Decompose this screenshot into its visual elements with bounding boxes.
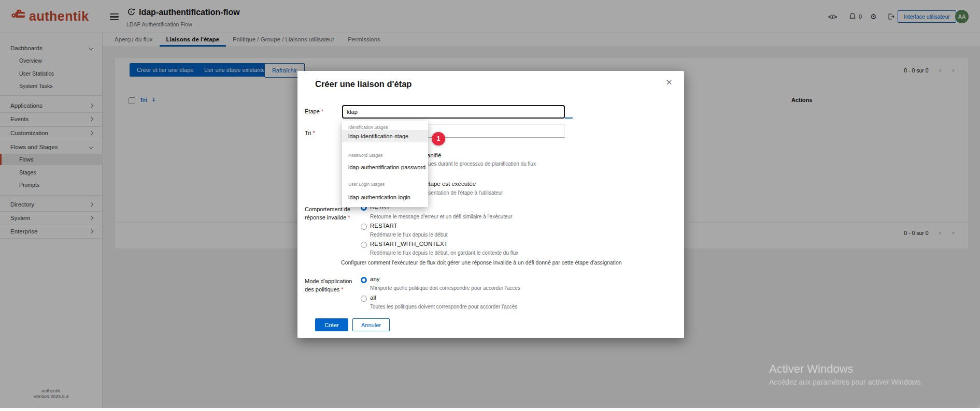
modal-title: Créer une liaison d'étap [315,79,411,89]
taskbar-edge [0,408,980,411]
policy-any-help: N'importe quelle politique doit correspo… [370,285,520,291]
invalid-response-help: Configurer comment l'exécuteur de flux d… [341,259,622,266]
dropdown-item-ldap-identification-stage[interactable]: ldap-identification-stage [342,130,428,142]
stage-search-input[interactable] [342,105,565,119]
policy-any-label: any [370,276,380,282]
required-asterisk: * [341,286,343,292]
restart-help: Redémarre le flux depuis le début [370,232,448,238]
required-asterisk: * [313,130,315,136]
required-asterisk: * [321,108,323,114]
focus-underline [565,118,573,119]
stage-field-label: Étape* [305,108,323,114]
cancel-button[interactable]: Annuler [352,318,390,331]
restart-with-context-radio[interactable] [361,242,367,248]
policy-mode-field-label: Mode d'application des politiques* [305,277,352,293]
dropdown-item-ldap-authentication-login[interactable]: ldap-authentication-login [342,191,428,203]
restart-with-context-label: RESTART_WITH_CONTEXT [370,241,448,247]
required-asterisk: * [348,214,350,221]
screen: authentik ldap-authentification-flow LDA… [0,0,980,411]
restart-with-context-help: Redémarre le flux depuis le début, en ga… [370,250,518,256]
order-field-label: Tri* [305,130,315,136]
retry-help: Retourne le message d'erreur et un défi … [370,214,513,219]
close-icon[interactable]: × [666,77,673,87]
dropdown-group-user-login: User Login Stages [348,182,385,187]
restart-radio[interactable] [361,224,367,230]
policy-all-radio[interactable] [361,296,367,302]
watermark-title: Activer Windows [769,362,922,376]
dropdown-item-ldap-authentification-password[interactable]: ldap-authentification-password [342,161,428,173]
restart-label: RESTART [370,223,397,229]
policy-all-help: Toutes les politiques doivent correspond… [370,304,517,310]
watermark-subtitle: Accédez aux paramètres pour activer Wind… [769,378,922,386]
create-button[interactable]: Créer [315,318,348,331]
dropdown-group-identification: Identification Stages [348,125,388,130]
windows-activation-watermark: Activer Windows Accédez aux paramètres p… [769,362,922,386]
stage-search-dropdown: Identification Stages ldap-identificatio… [342,121,428,207]
policy-any-radio[interactable] [361,277,367,283]
annotation-badge: 1 [432,132,445,145]
invalid-response-field-label: Comportement de réponse invalide* [305,205,350,222]
dropdown-group-password: Password Stages [348,153,382,158]
policy-all-label: all [370,295,376,301]
